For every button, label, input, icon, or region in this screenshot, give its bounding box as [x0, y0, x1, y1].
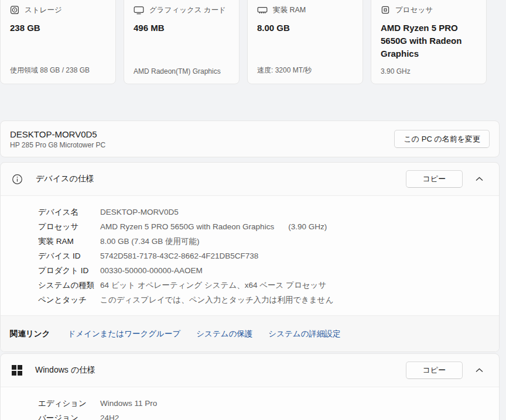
- card-caption: AMD Radeon(TM) Graphics: [134, 67, 230, 75]
- spec-row-processor: プロセッサ AMD Ryzen 5 PRO 5650G with Radeon …: [38, 219, 490, 234]
- device-spec-header[interactable]: デバイスの仕様 コピー: [1, 163, 499, 195]
- chevron-up-icon: [476, 177, 483, 181]
- spec-value: 00330-50000-00000-AAOEM: [100, 263, 203, 278]
- collapse-device-spec-button[interactable]: [471, 171, 487, 187]
- spec-row-edition: エディション Windows 11 Pro: [38, 396, 490, 411]
- link-system-protection[interactable]: システムの保護: [196, 329, 252, 339]
- spec-row-version: バージョン 24H2: [38, 411, 490, 420]
- device-name-block: DESKTOP-MORV0D5 HP 285 Pro G8 Microtower…: [10, 129, 105, 149]
- spec-row-product-id: プロダクト ID 00330-50000-00000-AAOEM: [38, 263, 490, 278]
- windows-logo-icon: [12, 365, 22, 376]
- spec-label: プロダクト ID: [38, 263, 100, 278]
- chevron-up-icon: [476, 368, 483, 373]
- rename-pc-button[interactable]: この PC の名前を変更: [394, 130, 490, 148]
- related-links-row: 関連リンク ドメインまたはワークグループ システムの保護 システムの詳細設定: [1, 315, 499, 352]
- info-icon: [12, 174, 23, 185]
- device-model: HP 285 Pro G8 Microtower PC: [10, 141, 105, 149]
- related-links-label: 関連リンク: [10, 329, 50, 339]
- spec-label: プロセッサ: [38, 219, 100, 234]
- ram-icon: [257, 6, 268, 15]
- card-caption: 3.90 GHz: [381, 67, 477, 75]
- spec-label: ペンとタッチ: [38, 292, 100, 307]
- graphics-icon: [134, 6, 144, 15]
- card-caption: 速度: 3200 MT/秒: [257, 66, 353, 75]
- settings-about-page: ストレージ 238 GB 使用領域 88 GB / 238 GB グラフィックス…: [0, 0, 506, 420]
- card-title-row: ストレージ: [10, 5, 106, 15]
- storage-icon: [10, 5, 19, 15]
- spec-row-pen-touch: ペンとタッチ このディスプレイでは、ペン入力とタッチ入力は利用できません: [38, 292, 490, 307]
- windows-spec-body: エディション Windows 11 Pro バージョン 24H2: [1, 387, 499, 420]
- spec-value: Windows 11 Pro: [100, 396, 157, 411]
- card-value: 496 MB: [134, 22, 230, 35]
- spec-row-system-type: システムの種類 64 ビット オペレーティング システム、x64 ベース プロセ…: [38, 278, 490, 292]
- device-spec-title: デバイスの仕様: [36, 174, 94, 184]
- device-name-card: DESKTOP-MORV0D5 HP 285 Pro G8 Microtower…: [0, 121, 500, 157]
- copy-device-spec-button[interactable]: コピー: [406, 170, 463, 188]
- spec-label: エディション: [38, 396, 100, 411]
- spec-row-device-id: デバイス ID 5742D581-7178-43C2-8662-4F21DB5C…: [38, 249, 490, 263]
- device-name: DESKTOP-MORV0D5: [10, 129, 105, 139]
- card-value: 238 GB: [10, 22, 106, 35]
- copy-windows-spec-button[interactable]: コピー: [406, 362, 463, 379]
- collapse-windows-spec-button[interactable]: [471, 362, 487, 378]
- spec-value: 5742D581-7178-43C2-8662-4F21DB5CF738: [100, 249, 258, 263]
- link-domain-or-workgroup[interactable]: ドメインまたはワークグループ: [67, 329, 180, 339]
- spec-row-ram: 実装 RAM 8.00 GB (7.34 GB 使用可能): [38, 234, 490, 249]
- spec-label: デバイス ID: [38, 249, 100, 263]
- spec-value: 24H2: [100, 411, 119, 420]
- spec-value: このディスプレイでは、ペン入力とタッチ入力は利用できません: [100, 292, 333, 307]
- windows-spec-expander: Windows の仕様 コピー エディション Windows 11 Pro バー…: [0, 353, 500, 420]
- spec-value: DESKTOP-MORV0D5: [100, 205, 179, 219]
- card-value: AMD Ryzen 5 PRO 5650G with Radeon Graphi…: [381, 22, 477, 60]
- storage-card[interactable]: ストレージ 238 GB 使用領域 88 GB / 238 GB: [0, 0, 116, 84]
- summary-cards-row: ストレージ 238 GB 使用領域 88 GB / 238 GB グラフィックス…: [0, 0, 487, 84]
- graphics-card[interactable]: グラフィックス カード 496 MB AMD Radeon(TM) Graphi…: [124, 0, 240, 84]
- device-spec-body: デバイス名 DESKTOP-MORV0D5 プロセッサ AMD Ryzen 5 …: [1, 195, 499, 315]
- spec-label: デバイス名: [38, 205, 100, 219]
- card-title-row: プロセッサ: [381, 5, 477, 15]
- card-title-row: 実装 RAM: [257, 5, 353, 15]
- link-advanced-system-settings[interactable]: システムの詳細設定: [268, 329, 340, 339]
- card-title: プロセッサ: [395, 5, 433, 15]
- device-spec-expander: デバイスの仕様 コピー デバイス名 DESKTOP-MORV0D5 プロセッサ …: [0, 162, 500, 352]
- card-value: 8.00 GB: [257, 22, 353, 35]
- spec-value: AMD Ryzen 5 PRO 5650G with Radeon Graphi…: [100, 219, 274, 234]
- cpu-icon: [381, 5, 390, 15]
- spec-label: 実装 RAM: [38, 234, 100, 249]
- spec-value: 64 ビット オペレーティング システム、x64 ベース プロセッサ: [100, 278, 326, 292]
- windows-spec-title: Windows の仕様: [35, 365, 95, 376]
- spec-value-extra: (3.90 GHz): [288, 219, 327, 234]
- windows-spec-header[interactable]: Windows の仕様 コピー: [1, 354, 499, 387]
- spec-label: バージョン: [38, 411, 100, 420]
- card-title: ストレージ: [25, 5, 62, 15]
- card-caption: 使用領域 88 GB / 238 GB: [10, 66, 106, 75]
- processor-card[interactable]: プロセッサ AMD Ryzen 5 PRO 5650G with Radeon …: [371, 0, 487, 84]
- card-title-row: グラフィックス カード: [134, 5, 230, 15]
- spec-value: 8.00 GB (7.34 GB 使用可能): [100, 234, 200, 249]
- spec-label: システムの種類: [38, 278, 100, 292]
- spec-row-device-name: デバイス名 DESKTOP-MORV0D5: [38, 205, 490, 219]
- card-title: 実装 RAM: [273, 5, 306, 15]
- card-title: グラフィックス カード: [149, 5, 226, 15]
- ram-card[interactable]: 実装 RAM 8.00 GB 速度: 3200 MT/秒: [247, 0, 363, 84]
